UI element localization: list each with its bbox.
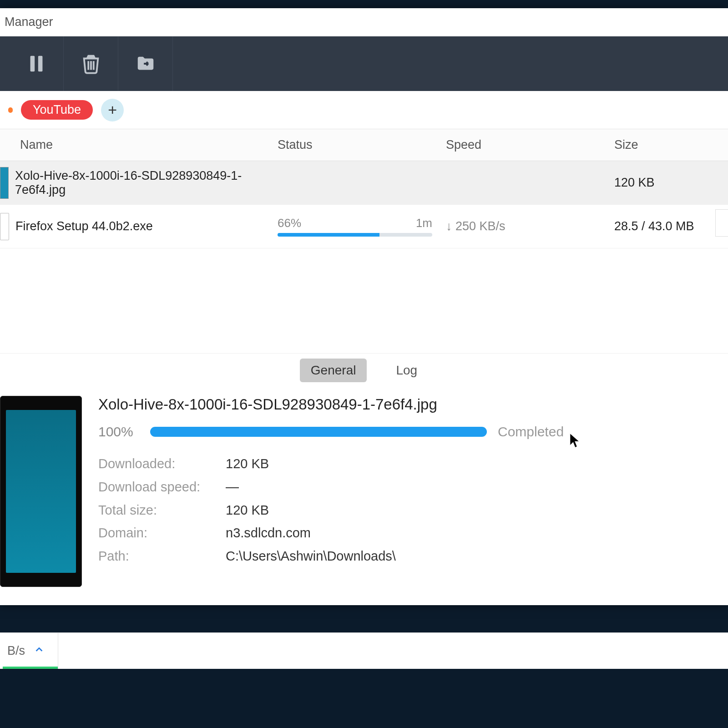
- row-speed: ↓ 250 KB/s: [446, 219, 614, 233]
- status-speed-segment[interactable]: B/s: [3, 633, 58, 669]
- progress-pct: 66%: [278, 216, 301, 230]
- value-total: 120 KB: [226, 499, 269, 522]
- search-toggle[interactable]: [715, 209, 728, 237]
- progress-bar: [278, 233, 432, 237]
- row-size: 120 KB: [614, 176, 728, 190]
- label-path: Path:: [98, 545, 226, 568]
- youtube-tag[interactable]: YouTube: [21, 100, 93, 120]
- pause-button[interactable]: [9, 36, 64, 91]
- download-row[interactable]: Firefox Setup 44.0b2.exe 66% 1m ↓ 250 KB…: [0, 205, 728, 248]
- window-title: Manager: [5, 15, 53, 29]
- table-header: Name Status Speed Size: [0, 129, 728, 161]
- progress-cell: 66% 1m: [278, 216, 432, 237]
- tag-bar: YouTube +: [0, 91, 728, 129]
- file-icon: [0, 213, 9, 240]
- pause-icon: [26, 53, 47, 74]
- toolbar: [0, 36, 728, 91]
- thumbnail-icon: [0, 167, 9, 199]
- file-preview: [0, 396, 82, 587]
- chevron-up-icon: [34, 644, 44, 658]
- empty-list-area: [0, 248, 728, 353]
- progress-eta: 1m: [416, 216, 432, 230]
- tag-pill[interactable]: [8, 107, 13, 113]
- trash-icon: [81, 53, 101, 74]
- add-tag-button[interactable]: +: [101, 99, 124, 121]
- detail-percent: 100%: [98, 424, 139, 440]
- move-to-folder-button[interactable]: [118, 36, 173, 91]
- col-name[interactable]: Name: [0, 138, 278, 152]
- tab-general[interactable]: General: [300, 359, 367, 382]
- value-domain: n3.sdlcdn.com: [226, 521, 311, 545]
- detail-progress-bar: [150, 427, 487, 437]
- delete-button[interactable]: [64, 36, 118, 91]
- status-bar: B/s: [0, 632, 728, 669]
- col-status[interactable]: Status: [278, 138, 446, 152]
- value-downloaded: 120 KB: [226, 452, 269, 475]
- col-size[interactable]: Size: [614, 138, 728, 152]
- detail-status: Completed: [498, 424, 564, 440]
- titlebar[interactable]: Manager: [0, 8, 728, 36]
- value-path: C:\Users\Ashwin\Downloads\: [226, 545, 396, 568]
- detail-tabs: General Log: [0, 353, 728, 387]
- file-name: Firefox Setup 44.0b2.exe: [15, 219, 153, 233]
- label-downloaded: Downloaded:: [98, 452, 226, 475]
- tab-log[interactable]: Log: [385, 359, 428, 382]
- svg-rect-1: [38, 56, 42, 72]
- col-speed[interactable]: Speed: [446, 138, 614, 152]
- status-speed: B/s: [7, 644, 25, 658]
- label-total: Total size:: [98, 499, 226, 522]
- app-window: Manager YouTube + Name Status Speed Size: [0, 8, 728, 605]
- file-name: Xolo-Hive-8x-1000i-16-SDL928930849-1-7e6…: [15, 169, 278, 197]
- svg-rect-0: [30, 56, 35, 72]
- value-speed: —: [226, 475, 239, 499]
- detail-panel: Xolo-Hive-8x-1000i-16-SDL928930849-1-7e6…: [0, 387, 728, 605]
- detail-filename: Xolo-Hive-8x-1000i-16-SDL928930849-1-7e6…: [98, 396, 701, 413]
- label-domain: Domain:: [98, 521, 226, 545]
- folder-arrow-icon: [135, 53, 156, 74]
- download-row[interactable]: Xolo-Hive-8x-1000i-16-SDL928930849-1-7e6…: [0, 161, 728, 205]
- row-size: 28.5 / 43.0 MB: [614, 219, 728, 233]
- label-speed: Download speed:: [98, 475, 226, 499]
